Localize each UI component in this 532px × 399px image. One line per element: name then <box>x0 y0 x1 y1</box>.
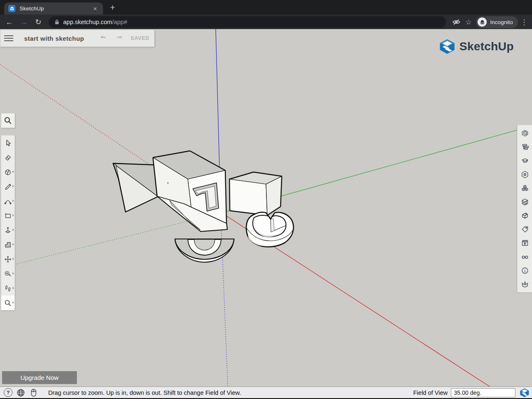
incognito-icon <box>478 17 487 27</box>
sketchup-brand: SketchUp <box>439 38 514 55</box>
screen: SketchUp × + ← → ↻ app.sketchup.com/app#… <box>0 0 532 399</box>
language-globe-icon[interactable] <box>16 388 25 397</box>
zoom-icon <box>4 299 12 307</box>
field-of-view-input[interactable] <box>451 388 515 397</box>
eraser-icon <box>4 153 12 162</box>
bookmark-star-icon[interactable]: ☆ <box>463 18 473 27</box>
mouse-icon <box>29 388 38 397</box>
panel-soften-edges[interactable] <box>517 209 532 222</box>
browser-tab-bar: SketchUp × + <box>0 0 532 15</box>
tool-offset[interactable] <box>1 237 15 252</box>
pencil-icon <box>4 182 12 191</box>
browser-toolbar: ← → ↻ app.sketchup.com/app# ☆ Incognito … <box>0 15 532 30</box>
search-icon <box>3 116 12 125</box>
tool-push-pull[interactable] <box>1 223 15 237</box>
soften-edges-icon <box>521 212 529 220</box>
url-path: /app# <box>112 19 127 25</box>
components-icon <box>521 184 529 192</box>
document-title: start with sketchup <box>24 35 99 42</box>
right-toolbar <box>517 125 532 293</box>
panel-3d-warehouse[interactable] <box>517 277 532 291</box>
tool-paint[interactable] <box>1 165 15 179</box>
forward-icon: → <box>18 18 29 27</box>
tool-eraser[interactable] <box>1 150 15 165</box>
lock-icon <box>54 19 59 25</box>
model-cube[interactable] <box>229 172 282 215</box>
entity-info-icon <box>521 129 529 138</box>
panel-materials[interactable] <box>517 167 532 181</box>
sketchup-logo-icon <box>439 38 456 55</box>
undo-icon[interactable] <box>99 34 108 42</box>
panel-display[interactable] <box>517 250 532 264</box>
panel-components[interactable] <box>517 181 532 195</box>
back-icon[interactable]: ← <box>4 18 15 27</box>
panel-tags[interactable] <box>517 222 532 236</box>
tool-line[interactable] <box>1 179 15 194</box>
incognito-label: Incognito <box>490 19 513 25</box>
url-bar[interactable]: app.sketchup.com/app# <box>49 16 446 28</box>
tags-icon <box>521 225 529 234</box>
model-wedge[interactable] <box>113 163 158 212</box>
browser-tab[interactable]: SketchUp × <box>4 2 103 15</box>
tool-search-button[interactable] <box>1 113 15 128</box>
glasses-icon <box>521 253 529 261</box>
tool-zoom[interactable] <box>1 296 15 310</box>
panel-instructor[interactable] <box>517 154 532 167</box>
tab-close-icon[interactable]: × <box>91 5 99 12</box>
tool-walk[interactable] <box>1 281 15 296</box>
sketchup-mini-logo-icon <box>520 388 530 398</box>
paint-shell-icon <box>4 168 12 176</box>
select-cursor-icon <box>4 139 12 147</box>
status-bar: ? Drag cursor to zoom. Up is in, down is… <box>0 387 532 398</box>
panel-scenes[interactable] <box>517 236 532 250</box>
menu-hamburger-icon[interactable] <box>4 35 13 41</box>
styles-icon <box>521 198 529 206</box>
tool-tape-measure[interactable] <box>1 266 15 281</box>
help-icon[interactable]: ? <box>4 388 12 397</box>
app-header-bar: start with sketchup SAVED <box>0 30 155 47</box>
viewport-3d-scene[interactable] <box>0 29 532 387</box>
left-toolbar <box>1 135 15 310</box>
sketchup-app: start with sketchup SAVED SketchUp <box>0 29 532 398</box>
new-tab-button[interactable]: + <box>107 2 118 13</box>
url-domain: app.sketchup.com <box>63 19 112 25</box>
rectangle-icon <box>4 212 12 220</box>
arc-icon <box>4 197 12 205</box>
panel-model-info[interactable] <box>517 264 532 277</box>
walk-icon <box>4 284 12 293</box>
push-pull-icon <box>4 226 12 234</box>
info-icon <box>521 266 529 275</box>
tool-select[interactable] <box>1 135 15 150</box>
upgrade-now-button[interactable]: Upgrade Now <box>2 371 77 384</box>
sketchup-logo-text: SketchUp <box>459 40 514 53</box>
move-icon <box>4 255 12 264</box>
reload-icon[interactable]: ↻ <box>33 17 44 27</box>
warehouse-box-icon <box>521 280 529 288</box>
scenes-icon <box>521 239 529 247</box>
panel-outliner[interactable] <box>517 140 532 154</box>
eye-off-icon[interactable] <box>452 17 461 27</box>
outliner-icon <box>521 143 529 151</box>
model-ring[interactable] <box>246 212 294 247</box>
tab-title: SketchUp <box>20 5 91 12</box>
redo-icon[interactable] <box>115 34 124 42</box>
panel-entity-info[interactable] <box>517 126 532 140</box>
model-half-disc[interactable] <box>175 239 234 262</box>
materials-icon <box>521 170 529 179</box>
saved-status: SAVED <box>131 35 149 41</box>
tape-measure-icon <box>4 270 12 278</box>
panel-styles[interactable] <box>517 195 532 209</box>
sketchup-favicon-icon <box>8 5 15 12</box>
incognito-badge: Incognito <box>476 16 518 28</box>
tool-arc[interactable] <box>1 194 15 208</box>
tool-rectangle[interactable] <box>1 208 15 223</box>
status-message: Drag cursor to zoom. Up is in, down is o… <box>48 389 413 396</box>
tool-move[interactable] <box>1 252 15 266</box>
browser-menu-icon[interactable]: ⋮ <box>520 18 528 27</box>
model-main-box[interactable] <box>153 151 227 232</box>
field-of-view-label: Field of View <box>413 389 448 396</box>
offset-icon <box>4 241 12 249</box>
instructor-icon <box>521 157 529 165</box>
